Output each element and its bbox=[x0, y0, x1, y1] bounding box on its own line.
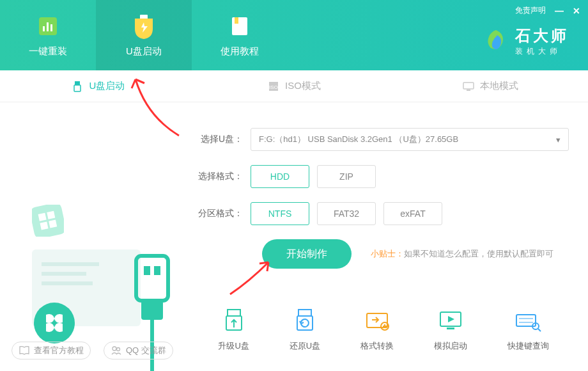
usb-up-icon bbox=[220, 307, 248, 335]
svg-rect-29 bbox=[298, 310, 311, 316]
svg-line-39 bbox=[538, 329, 541, 331]
monitor-icon bbox=[462, 80, 475, 93]
book-open-icon bbox=[19, 345, 30, 356]
tip-label: 小贴士： bbox=[371, 249, 404, 258]
action-hotkey-query[interactable]: 快捷键查询 bbox=[507, 307, 549, 352]
svg-rect-24 bbox=[144, 266, 150, 275]
minimize-button[interactable]: — bbox=[555, 6, 564, 16]
footer-label: 查看官方教程 bbox=[34, 345, 84, 356]
format-zip[interactable]: ZIP bbox=[317, 165, 376, 188]
action-label: 模拟启动 bbox=[434, 340, 467, 352]
svg-point-41 bbox=[117, 348, 120, 351]
row-format: 选择格式： HDD ZIP bbox=[198, 165, 569, 188]
svg-rect-17 bbox=[49, 219, 57, 228]
usb-cycle-icon bbox=[291, 307, 319, 335]
svg-rect-5 bbox=[232, 17, 247, 35]
svg-rect-13 bbox=[32, 205, 64, 237]
book-icon bbox=[227, 13, 252, 39]
tab-usb-boot[interactable]: U盘启动 bbox=[0, 70, 196, 102]
svg-rect-6 bbox=[235, 17, 238, 24]
mode-tabs: U盘启动 ISO ISO模式 本地模式 bbox=[0, 70, 588, 102]
action-label: 还原U盘 bbox=[290, 340, 320, 352]
iso-icon: ISO bbox=[267, 80, 280, 93]
row-disk: 选择U盘： F:G:（hd1） USB SanDisk 3.2Gen1 （U盘）… bbox=[198, 128, 569, 151]
tab-label: U盘启动 bbox=[89, 80, 125, 92]
action-label: 格式转换 bbox=[360, 340, 394, 352]
windows-tile-icon bbox=[32, 205, 64, 237]
action-simulate-boot[interactable]: 模拟启动 bbox=[434, 307, 467, 352]
brand-title: 石大师 bbox=[515, 26, 569, 46]
svg-rect-14 bbox=[38, 213, 47, 221]
footer-label: QQ 交流群 bbox=[126, 345, 166, 356]
convert-icon bbox=[363, 307, 391, 335]
brand-logo-icon bbox=[483, 29, 509, 54]
partition-ntfs[interactable]: NTFS bbox=[251, 202, 309, 225]
brand: 石大师 装机大师 bbox=[483, 26, 569, 57]
format-hdd[interactable]: HDD bbox=[251, 165, 309, 188]
action-upgrade-usb[interactable]: 升级U盘 bbox=[218, 307, 249, 352]
partition-exfat[interactable]: exFAT bbox=[383, 202, 442, 225]
svg-rect-12 bbox=[467, 90, 470, 91]
bar-chart-icon bbox=[35, 13, 61, 39]
tip-text: 如果不知道怎么配置，使用默认配置即可 bbox=[404, 249, 553, 258]
form-panel: 选择U盘： F:G:（hd1） USB SanDisk 3.2Gen1 （U盘）… bbox=[185, 102, 588, 371]
header: 一键重装 U盘启动 使用教程 免责声明 — ✕ 石大师 装机大师 bbox=[0, 0, 588, 70]
format-label: 选择格式： bbox=[198, 171, 243, 182]
action-bar: 升级U盘 还原U盘 格式转换 模拟启动 快捷键查询 bbox=[198, 307, 569, 352]
close-button[interactable]: ✕ bbox=[573, 6, 580, 16]
svg-rect-7 bbox=[75, 81, 80, 85]
svg-rect-16 bbox=[40, 221, 48, 230]
svg-rect-11 bbox=[463, 83, 474, 89]
chevron-down-icon: ▾ bbox=[556, 135, 561, 145]
row-partition: 分区格式： NTFS FAT32 exFAT bbox=[198, 202, 569, 225]
action-format-convert[interactable]: 格式转换 bbox=[360, 307, 394, 352]
brand-subtitle: 装机大师 bbox=[515, 46, 569, 57]
svg-rect-2 bbox=[47, 22, 49, 31]
svg-rect-30 bbox=[297, 316, 313, 330]
nav-label: 一键重装 bbox=[29, 45, 67, 58]
window-controls: 免责声明 — ✕ bbox=[515, 5, 580, 16]
svg-rect-8 bbox=[74, 85, 81, 91]
nav-label: U盘启动 bbox=[126, 45, 162, 58]
main: 选择U盘： F:G:（hd1） USB SanDisk 3.2Gen1 （U盘）… bbox=[0, 102, 588, 371]
disk-select[interactable]: F:G:（hd1） USB SanDisk 3.2Gen1 （U盘）27.65G… bbox=[251, 128, 569, 151]
action-restore-usb[interactable]: 还原U盘 bbox=[290, 307, 320, 352]
svg-rect-26 bbox=[141, 301, 163, 320]
action-label: 升级U盘 bbox=[218, 340, 249, 352]
svg-point-22 bbox=[34, 303, 75, 343]
svg-text:ISO: ISO bbox=[269, 84, 278, 90]
partition-label: 分区格式： bbox=[198, 208, 243, 219]
illustration-panel bbox=[0, 102, 185, 371]
nav-label: 使用教程 bbox=[220, 45, 259, 58]
keyboard-search-icon bbox=[514, 307, 542, 335]
disclaimer-link[interactable]: 免责声明 bbox=[515, 5, 546, 16]
usb-icon bbox=[71, 80, 84, 93]
svg-rect-15 bbox=[47, 211, 55, 219]
tab-label: ISO模式 bbox=[285, 80, 321, 92]
svg-rect-27 bbox=[228, 310, 240, 316]
svg-rect-3 bbox=[50, 24, 52, 31]
svg-rect-20 bbox=[42, 272, 86, 276]
shield-usb-icon bbox=[131, 13, 157, 39]
people-icon bbox=[111, 345, 122, 356]
footer-qq-group[interactable]: QQ 交流群 bbox=[104, 342, 173, 359]
nav-tutorial[interactable]: 使用教程 bbox=[192, 0, 288, 70]
nav-reinstall[interactable]: 一键重装 bbox=[0, 0, 96, 70]
svg-rect-34 bbox=[447, 328, 454, 329]
footer-tutorial[interactable]: 查看官方教程 bbox=[12, 342, 91, 359]
disk-label: 选择U盘： bbox=[198, 134, 243, 145]
nav-usb-boot[interactable]: U盘启动 bbox=[96, 0, 192, 70]
svg-rect-19 bbox=[42, 262, 99, 266]
play-monitor-icon bbox=[437, 307, 465, 335]
tab-local[interactable]: 本地模式 bbox=[392, 70, 588, 102]
action-label: 快捷键查询 bbox=[507, 340, 549, 352]
svg-rect-23 bbox=[136, 256, 168, 301]
start-button[interactable]: 开始制作 bbox=[262, 239, 352, 269]
svg-rect-1 bbox=[43, 26, 45, 31]
svg-point-40 bbox=[112, 347, 116, 351]
tab-iso[interactable]: ISO ISO模式 bbox=[196, 70, 392, 102]
start-row: 开始制作 小贴士：如果不知道怎么配置，使用默认配置即可 bbox=[198, 239, 569, 269]
tab-label: 本地模式 bbox=[480, 80, 518, 92]
footer: 查看官方教程 QQ 交流群 bbox=[12, 342, 173, 359]
partition-fat32[interactable]: FAT32 bbox=[317, 202, 376, 225]
